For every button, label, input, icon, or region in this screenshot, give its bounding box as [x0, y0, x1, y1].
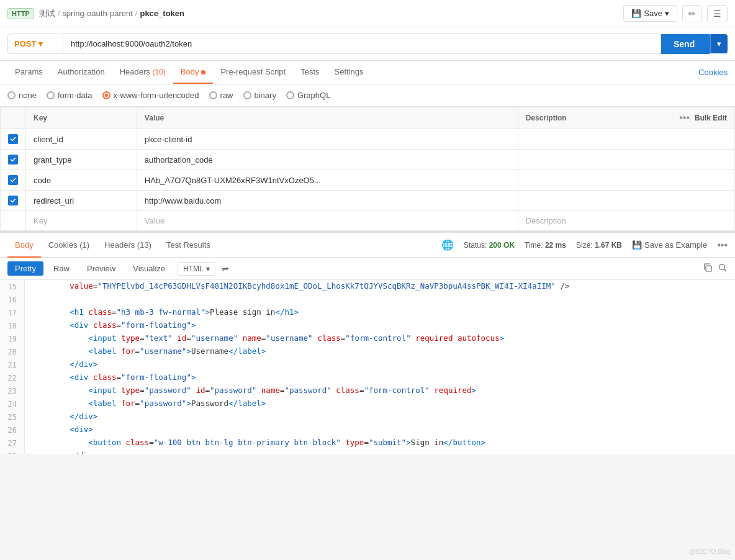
tab-pre-request[interactable]: Pre-request Script [213, 61, 293, 84]
row3-description[interactable] [518, 170, 734, 191]
row4-key[interactable]: redirect_uri [26, 191, 137, 211]
wrap-icon[interactable]: ⇌ [222, 264, 229, 274]
breadcrumb-parent: spring-oauth-parent [62, 9, 132, 18]
save-label: Save [644, 9, 662, 18]
resp-tab-cookies[interactable]: Cookies (1) [41, 233, 97, 258]
line-num-24: 24 [0, 397, 25, 410]
tab-authorization[interactable]: Authorization [50, 61, 112, 84]
view-tab-actions [703, 263, 728, 274]
row1-key[interactable]: client_id [26, 129, 137, 150]
breadcrumb-test: 测试 [39, 8, 55, 19]
cookies-button[interactable]: Cookies [698, 68, 728, 77]
radio-none-icon [7, 91, 16, 99]
breadcrumb-sep1: / [58, 9, 60, 18]
body-type-raw[interactable]: raw [209, 91, 233, 100]
request-tabs: Params Authorization Headers (10) Body P… [0, 61, 735, 84]
line-content-16 [25, 293, 32, 306]
format-label: HTML [183, 264, 204, 273]
url-input[interactable] [63, 34, 661, 54]
row3-value[interactable]: HAb_A7O7Qn8GT-UXM26xRF3W1ntVxOzeO5... [137, 170, 518, 191]
method-label: POST [14, 39, 36, 48]
line-content-28: </div> [25, 449, 97, 454]
code-line-28: 28 </div> [0, 449, 735, 454]
view-tab-pretty[interactable]: Pretty [7, 261, 43, 276]
globe-icon[interactable]: 🌐 [441, 239, 454, 251]
send-button[interactable]: Send [661, 34, 711, 54]
empty-checkbox-cell [1, 211, 26, 231]
params-table: Key Value Description ••• Bulk Edit clie… [0, 107, 735, 231]
send-dropdown-button[interactable]: ▾ [710, 34, 728, 53]
body-type-graphql[interactable]: GraphQL [286, 91, 330, 100]
size-label: Size: 1.67 KB [576, 241, 622, 250]
tab-headers[interactable]: Headers (10) [112, 61, 173, 84]
size-value: 1.67 KB [595, 241, 622, 250]
empty-value[interactable]: Value [137, 211, 518, 231]
copy-icon[interactable] [703, 263, 713, 274]
response-more-options[interactable]: ••• [717, 240, 728, 251]
save-example-button[interactable]: 💾 Save as Example [632, 240, 707, 250]
view-tab-preview[interactable]: Preview [79, 261, 123, 276]
th-description-label: Description [526, 114, 567, 122]
code-line-25: 25 </div> [0, 410, 735, 423]
radio-graphql-icon [286, 91, 294, 99]
body-type-form-data[interactable]: form-data [47, 91, 92, 100]
table-row: grant_type authorization_code [1, 150, 735, 170]
time-value: 22 ms [545, 241, 566, 250]
body-type-urlencoded[interactable]: x-www-form-urlencoded [102, 91, 199, 100]
row2-key[interactable]: grant_type [26, 150, 137, 170]
row2-value[interactable]: authorization_code [137, 150, 518, 170]
bulk-edit-label[interactable]: Bulk Edit [695, 114, 727, 122]
body-type-binary[interactable]: binary [243, 91, 276, 100]
resp-tab-body[interactable]: Body [7, 233, 41, 258]
search-icon[interactable] [718, 263, 728, 274]
view-tab-visualize[interactable]: Visualize [125, 261, 173, 276]
radio-raw-icon [209, 91, 217, 99]
tab-body[interactable]: Body [173, 61, 214, 84]
code-line-27: 27 <button class="w-100 btn btn-lg btn-p… [0, 436, 735, 449]
row4-checkbox[interactable] [8, 196, 18, 205]
row4-description[interactable] [518, 191, 734, 211]
empty-key[interactable]: Key [26, 211, 137, 231]
resp-tab-test-results[interactable]: Test Results [159, 233, 218, 258]
row2-checkbox[interactable] [8, 155, 18, 165]
http-badge: HTTP [7, 8, 34, 19]
view-tab-raw[interactable]: Raw [46, 261, 77, 276]
body-type-none[interactable]: none [7, 91, 37, 100]
line-num-26: 26 [0, 423, 25, 436]
comment-button[interactable]: ☰ [707, 5, 728, 22]
row1-checkbox-cell [1, 129, 26, 150]
row4-value[interactable]: http://www.baidu.com [137, 191, 518, 211]
line-content-25: </div> [25, 410, 97, 423]
save-button[interactable]: 💾 Save ▾ [623, 5, 677, 22]
row1-description[interactable] [518, 129, 734, 150]
resp-tab-headers[interactable]: Headers (13) [97, 233, 159, 258]
response-tabs: Body Cookies (1) Headers (13) Test Resul… [0, 233, 735, 258]
row3-checkbox[interactable] [8, 175, 18, 185]
send-label: Send [674, 39, 695, 49]
line-num-22: 22 [0, 371, 25, 384]
tab-settings[interactable]: Settings [327, 61, 371, 84]
row3-checkbox-cell [1, 170, 26, 191]
breadcrumb-current: pkce_token [140, 9, 184, 18]
table-row: client_id pkce-client-id [1, 129, 735, 150]
row3-key[interactable]: code [26, 170, 137, 191]
th-desc-actions: Description ••• Bulk Edit [526, 112, 727, 124]
method-select[interactable]: POST ▾ [7, 34, 63, 54]
top-bar-actions: 💾 Save ▾ ✏ ☰ [623, 5, 728, 22]
line-num-25: 25 [0, 410, 25, 423]
row1-checkbox[interactable] [8, 134, 18, 144]
th-checkbox [1, 107, 26, 129]
code-line-20: 20 <label for="username">Username</label… [0, 345, 735, 358]
edit-button[interactable]: ✏ [682, 5, 702, 22]
row1-value[interactable]: pkce-client-id [137, 129, 518, 150]
body-type-none-label: none [19, 91, 37, 100]
tab-tests[interactable]: Tests [293, 61, 327, 84]
body-type-raw-label: raw [220, 91, 233, 100]
format-select[interactable]: HTML ▾ [178, 262, 215, 276]
more-options-icon[interactable]: ••• [679, 112, 690, 124]
empty-description[interactable]: Description [518, 211, 734, 231]
save-disk-icon: 💾 [631, 9, 641, 18]
row2-description[interactable] [518, 150, 734, 170]
tab-params[interactable]: Params [7, 61, 50, 84]
radio-binary-icon [243, 91, 251, 99]
